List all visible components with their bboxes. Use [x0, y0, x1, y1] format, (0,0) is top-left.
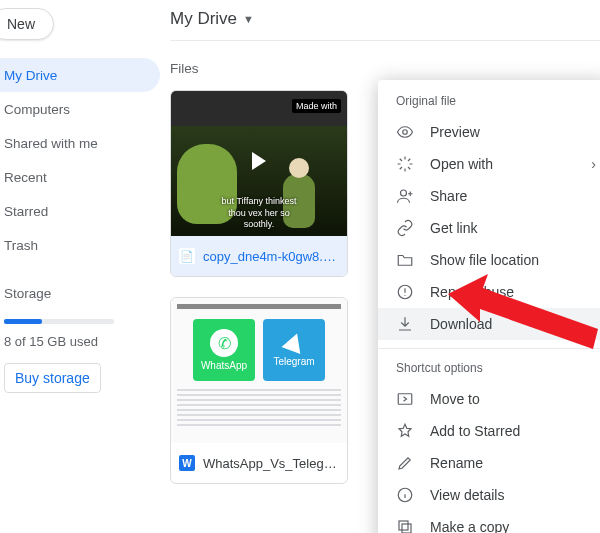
- file-card[interactable]: Made with but Tiffany thinkestthou vex h…: [170, 90, 348, 277]
- buy-storage-button[interactable]: Buy storage: [4, 363, 101, 393]
- menu-section-header: Shortcut options: [378, 357, 600, 383]
- file-card-bar: WhatsApp_Vs_Telegram.docx: [171, 443, 347, 483]
- move-icon: [396, 155, 414, 173]
- whatsapp-badge: ✆ WhatsApp: [193, 319, 255, 381]
- files-section-label: Files: [170, 61, 600, 76]
- file-card-bar: copy_dne4m-k0gw8.m4v: [171, 236, 347, 276]
- breadcrumb-title: My Drive: [170, 9, 237, 29]
- menu-item-label: Share: [430, 188, 467, 204]
- header-divider: [170, 40, 600, 41]
- storage-section: Storage 8 of 15 GB used Buy storage: [0, 286, 170, 393]
- chevron-right-icon: ›: [591, 156, 596, 172]
- menu-item-label: Preview: [430, 124, 480, 140]
- nav-item-mydrive[interactable]: My Drive: [0, 58, 160, 92]
- link-icon: [396, 219, 414, 237]
- svg-rect-6: [399, 521, 408, 530]
- nav-item-starred[interactable]: Starred: [0, 194, 160, 228]
- download-icon: [396, 315, 414, 333]
- video-subtitle: but Tiffany thinkestthou vex her so soot…: [215, 196, 303, 230]
- star-icon: [396, 422, 414, 440]
- pencil-icon: [396, 454, 414, 472]
- svg-point-0: [403, 130, 408, 135]
- nav-label: My Drive: [4, 68, 57, 83]
- menu-item-label: Move to: [430, 391, 480, 407]
- menu-item-download[interactable]: Download: [378, 308, 600, 340]
- breadcrumb[interactable]: My Drive ▼: [170, 4, 600, 34]
- menu-item-rename[interactable]: Rename: [378, 447, 600, 479]
- person-add-icon: [396, 187, 414, 205]
- menu-section-header: Original file: [378, 90, 600, 116]
- move-to-icon: [396, 390, 414, 408]
- menu-item-label: View details: [430, 487, 504, 503]
- video-file-icon: [179, 248, 195, 264]
- menu-item-share[interactable]: Share: [378, 180, 600, 212]
- nav-label: Starred: [4, 204, 48, 219]
- menu-item-preview[interactable]: Preview: [378, 116, 600, 148]
- watermark-badge: Made with: [292, 99, 341, 113]
- sidebar: New My Drive Computers Shared with me Re…: [0, 0, 170, 533]
- info-icon: [396, 486, 414, 504]
- chevron-down-icon: ▼: [243, 13, 254, 25]
- copy-icon: [396, 518, 414, 533]
- menu-item-report[interactable]: Report abuse: [378, 276, 600, 308]
- nav-label: Recent: [4, 170, 47, 185]
- menu-item-showloc[interactable]: Show file location: [378, 244, 600, 276]
- menu-item-getlink[interactable]: Get link: [378, 212, 600, 244]
- menu-item-label: Download: [430, 316, 492, 332]
- nav-label: Shared with me: [4, 136, 98, 151]
- whatsapp-icon: ✆: [210, 329, 238, 357]
- nav-list: My Drive Computers Shared with me Recent…: [0, 58, 170, 262]
- menu-item-label: Make a copy: [430, 519, 509, 533]
- eye-icon: [396, 123, 414, 141]
- nav-label: Computers: [4, 102, 70, 117]
- storage-used-text: 8 of 15 GB used: [4, 334, 170, 349]
- file-card[interactable]: ✆ WhatsApp Telegram WhatsApp_Vs_Telegram…: [170, 297, 348, 484]
- svg-rect-5: [402, 524, 411, 533]
- context-menu: Original file Preview Open with › Share …: [378, 80, 600, 533]
- menu-item-star[interactable]: Add to Starred: [378, 415, 600, 447]
- menu-item-label: Add to Starred: [430, 423, 520, 439]
- menu-item-label: Rename: [430, 455, 483, 471]
- menu-item-label: Report abuse: [430, 284, 514, 300]
- nav-item-recent[interactable]: Recent: [0, 160, 160, 194]
- svg-rect-3: [398, 394, 412, 405]
- nav-item-trash[interactable]: Trash: [0, 228, 160, 262]
- menu-item-details[interactable]: View details: [378, 479, 600, 511]
- word-file-icon: [179, 455, 195, 471]
- storage-heading: Storage: [4, 286, 170, 301]
- video-thumbnail: Made with but Tiffany thinkestthou vex h…: [171, 91, 347, 236]
- file-name: copy_dne4m-k0gw8.m4v: [203, 249, 339, 264]
- nav-label: Trash: [4, 238, 38, 253]
- buy-storage-label: Buy storage: [15, 370, 90, 386]
- folder-icon: [396, 251, 414, 269]
- alert-icon: [396, 283, 414, 301]
- svg-point-1: [401, 190, 407, 196]
- file-name: WhatsApp_Vs_Telegram.docx: [203, 456, 339, 471]
- storage-bar-fill: [4, 319, 42, 324]
- menu-item-openwith[interactable]: Open with ›: [378, 148, 600, 180]
- menu-item-label: Open with: [430, 156, 493, 172]
- play-icon: [252, 152, 266, 170]
- new-button[interactable]: New: [0, 8, 54, 40]
- telegram-badge: Telegram: [263, 319, 325, 381]
- menu-item-label: Get link: [430, 220, 477, 236]
- menu-item-copy[interactable]: Make a copy: [378, 511, 600, 533]
- menu-separator: [378, 348, 600, 349]
- telegram-icon: [282, 330, 307, 354]
- nav-item-shared[interactable]: Shared with me: [0, 126, 160, 160]
- storage-bar: [4, 319, 114, 324]
- nav-item-computers[interactable]: Computers: [0, 92, 160, 126]
- new-button-label: New: [7, 16, 35, 32]
- menu-item-label: Show file location: [430, 252, 539, 268]
- document-thumbnail: ✆ WhatsApp Telegram: [171, 298, 347, 443]
- menu-item-moveto[interactable]: Move to: [378, 383, 600, 415]
